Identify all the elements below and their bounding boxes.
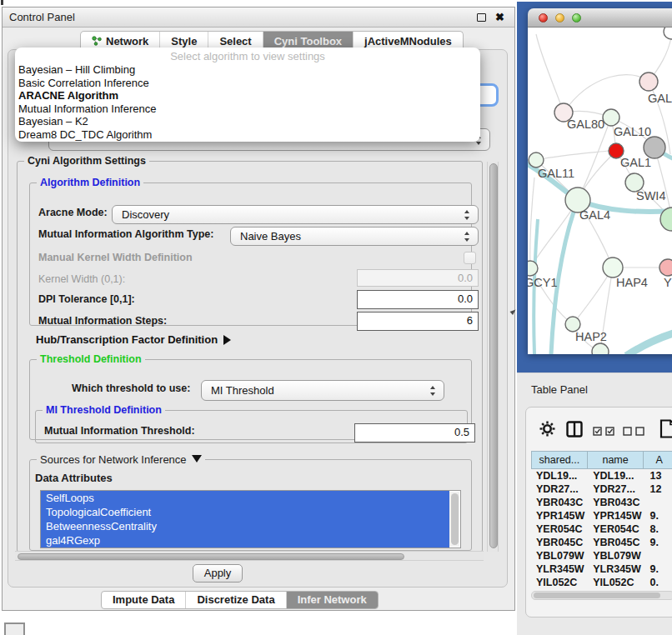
column-header[interactable]: name [588, 451, 644, 469]
node-left-small[interactable] [529, 152, 544, 168]
aracne-mode-combo[interactable]: Discovery [112, 205, 479, 224]
table-cell[interactable]: YDR27... [588, 482, 644, 496]
table-row[interactable]: YIL052CYIL052C0. [531, 576, 672, 589]
select-all-columns-icon[interactable] [593, 427, 615, 436]
which-threshold-combo[interactable]: MI Threshold [201, 380, 444, 401]
table-cell[interactable]: YDL19... [531, 469, 588, 482]
node-gcy1[interactable] [528, 261, 538, 276]
table-cell[interactable]: YBL079W [531, 549, 588, 562]
column-view-icon[interactable] [566, 421, 583, 438]
table-cell[interactable]: YPR145W [588, 509, 644, 522]
deselect-all-columns-icon[interactable] [623, 427, 645, 436]
table-cell[interactable]: YBR043C [531, 496, 588, 509]
column-header[interactable]: A [644, 451, 672, 469]
aracne-mode-label: Aracne Mode: [38, 207, 108, 218]
tab-infer-network[interactable]: Infer Network [287, 592, 378, 608]
mi-threshold-field[interactable]: 0.5 [354, 423, 475, 442]
table-cell[interactable] [644, 496, 672, 509]
table-cell[interactable]: 9. [644, 562, 672, 576]
list-item[interactable]: SelfLoops [41, 491, 449, 505]
node-pink-right[interactable] [659, 259, 672, 276]
table-cell[interactable]: YIL052C [531, 576, 588, 589]
horizontal-scrollbar-thumb[interactable] [18, 553, 404, 560]
algorithm-option[interactable]: Bayesian – K2 [15, 115, 480, 128]
table-row[interactable]: YDL19...YDL19...13 [531, 469, 672, 482]
table-row[interactable]: YLR345WYLR345W9. [531, 562, 672, 576]
new-table-icon[interactable] [659, 419, 672, 438]
zoom-traffic-light[interactable] [572, 13, 581, 22]
gear-icon[interactable] [539, 421, 555, 437]
node-label: HAP2 [575, 330, 607, 343]
dpi-tolerance-field[interactable]: 0.0 [357, 290, 479, 309]
manual-kernel-label: Manual Kernel Width Definition [38, 252, 193, 263]
table-cell[interactable]: YER054C [588, 522, 644, 536]
table-cell[interactable]: YBR045C [531, 536, 588, 549]
table-cell[interactable]: 12 [644, 482, 672, 496]
table-cell[interactable]: YPR145W [531, 509, 588, 522]
list-item[interactable]: gal4RGexp [41, 533, 449, 548]
node-hap4[interactable] [603, 258, 623, 278]
manual-kernel-checkbox[interactable] [464, 252, 476, 264]
hub-definition-toggle[interactable]: Hub/Transcription Factor Definition [36, 333, 231, 346]
float-window-icon[interactable] [477, 13, 486, 22]
mi-type-combo[interactable]: Naive Bayes [230, 227, 479, 246]
threshold-definition-group: Threshold Definition Which threshold to … [29, 359, 472, 440]
list-item[interactable]: BetweennessCentrality [41, 519, 449, 533]
table-cell[interactable]: YIL052C [588, 576, 644, 589]
minimize-traffic-light[interactable] [555, 13, 564, 22]
network-edge[interactable] [564, 75, 649, 112]
vertical-scrollbar-thumb[interactable] [489, 163, 498, 548]
table-row[interactable]: YER054CYER054C8. [531, 522, 672, 536]
table-cell[interactable]: YLR345W [588, 562, 644, 576]
tab-impute-data[interactable]: Impute Data [102, 592, 186, 608]
list-item[interactable]: TopologicalCoefficient [41, 505, 449, 519]
combo-arrows-icon [464, 210, 470, 220]
table-row[interactable]: YBR043CYBR043C [531, 496, 672, 509]
node-label: GCY1 [528, 276, 558, 289]
mi-steps-field[interactable]: 6 [357, 312, 479, 331]
table-cell[interactable]: YBR043C [588, 496, 644, 509]
table-cell[interactable]: YDR27... [531, 482, 588, 496]
kernel-width-label: Kernel Width (0,1): [38, 273, 125, 285]
table-row[interactable]: YPR145WYPR145W9. [531, 509, 672, 522]
table-cell[interactable]: YBR045C [588, 536, 644, 549]
table-cell[interactable]: 13 [644, 469, 672, 482]
table-cell[interactable] [644, 549, 672, 562]
sources-toggle[interactable]: Sources for Network Inference [37, 453, 205, 466]
network-canvas[interactable]: GAL7GAL80GAL10GAL1GAL11SWI4GAL4GCY1HAP4Y… [528, 28, 672, 354]
algorithm-option-selected[interactable]: ARACNE Algorithm [15, 89, 480, 102]
node-gal10[interactable] [603, 109, 619, 126]
table-cell[interactable]: 9. [644, 536, 672, 549]
network-edge[interactable] [536, 151, 609, 160]
close-icon[interactable]: ✖ [495, 10, 504, 25]
network-edge-highlighted[interactable] [626, 332, 672, 354]
table-row[interactable]: YBL079WYBL079W [531, 549, 672, 562]
tab-discretize-data[interactable]: Discretize Data [186, 592, 286, 608]
algorithm-option[interactable]: Dream8 DC_TDC Algorithm [15, 128, 480, 142]
table-cell[interactable]: 8. [644, 522, 672, 536]
table-row[interactable]: YDR27...YDR27...12 [531, 482, 672, 496]
table-cell[interactable]: YBL079W [588, 549, 644, 562]
sources-group: Sources for Network Inference Data Attri… [29, 459, 472, 551]
close-traffic-light[interactable] [539, 13, 548, 22]
table-row[interactable]: YBR045CYBR045C9. [531, 536, 672, 549]
node-bottom[interactable] [592, 343, 609, 354]
algorithm-placeholder: Select algorithm to view settings [15, 50, 480, 63]
algorithm-option[interactable]: Bayesian – Hill Climbing [15, 63, 480, 77]
algorithm-option[interactable]: Mutual Information Inference [15, 102, 480, 116]
node-gal7[interactable] [639, 72, 658, 91]
table-cell[interactable]: YLR345W [531, 562, 588, 576]
table-cell[interactable]: 9. [644, 509, 672, 522]
table-cell[interactable]: YER054C [531, 522, 588, 536]
list-scrollbar-thumb[interactable] [451, 493, 459, 545]
table-cell[interactable]: 0. [644, 576, 672, 589]
node-top-partial[interactable] [664, 28, 672, 39]
network-edge[interactable] [536, 34, 564, 112]
kernel-width-field[interactable]: 0.0 [357, 269, 479, 287]
column-header[interactable]: shared... [531, 451, 588, 469]
apply-button[interactable]: Apply [193, 564, 243, 582]
minimized-panel-icon[interactable] [4, 622, 25, 635]
table-cell[interactable]: YDL19... [588, 469, 644, 482]
algorithm-option[interactable]: Basic Correlation Inference [15, 77, 480, 90]
table-scrollbar-thumb[interactable] [534, 592, 660, 598]
